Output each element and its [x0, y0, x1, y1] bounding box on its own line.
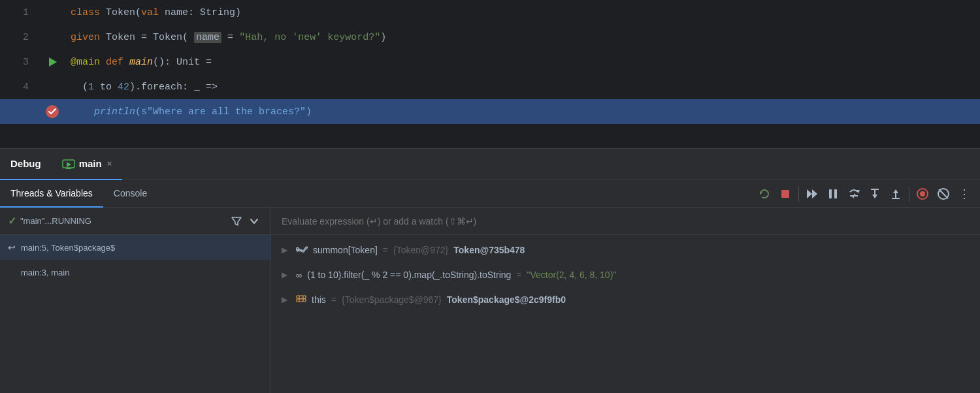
mute-bp-icon [916, 187, 929, 200]
var-eq-2: = [331, 294, 336, 305]
session-tab-label: main [79, 158, 102, 169]
sub-toolbar: Threads & Variables Console [0, 180, 980, 208]
more-icon: ⋮ [958, 187, 970, 201]
var-expand-2[interactable]: ▶ [282, 295, 291, 304]
line-number-2: 2 [0, 32, 39, 43]
threads-header: ✓ "main"...RUNNING [0, 208, 270, 235]
thread-return-arrow: ↩ [8, 242, 16, 253]
svg-rect-27 [297, 299, 306, 302]
var-expand-0[interactable]: ▶ [282, 245, 291, 255]
line-content-2: given Token = Token( name = "Hah, no 'ne… [65, 32, 980, 43]
threads-variables-label: Threads & Variables [10, 188, 93, 198]
breakpoint-icon[interactable] [45, 104, 59, 119]
var-value-2: Token$package$@2c9f9fb0 [447, 294, 566, 305]
svg-marker-15 [872, 195, 877, 198]
thread-item-1[interactable]: main:3, main [0, 260, 270, 285]
threads-panel: ✓ "main"...RUNNING ↩ m [0, 208, 271, 393]
thread-expand-button[interactable] [246, 213, 263, 229]
rerun-button[interactable] [754, 183, 775, 204]
infinity-icon-0: ∞ [296, 246, 308, 254]
tab-console[interactable]: Console [103, 180, 157, 208]
var-name-1: (1 to 10).filter(_ % 2 == 0).map(_.toStr… [307, 270, 511, 280]
var-icon-1: ∞ [296, 270, 302, 280]
thread-list: ↩ main:5, Token$package$ main:3, main [0, 235, 270, 393]
thread-item-0[interactable]: ↩ main:5, Token$package$ [0, 235, 270, 260]
resume-icon [806, 188, 819, 200]
disable-bp-icon [937, 187, 950, 200]
svg-text:∞: ∞ [296, 246, 301, 254]
svg-marker-4 [67, 162, 71, 167]
object-icon-2 [296, 295, 306, 304]
stop-icon [780, 189, 791, 199]
line-gutter-3[interactable] [39, 56, 65, 68]
toolbar-sep-2 [909, 186, 909, 202]
thread-name-1: main:3, main [21, 268, 69, 277]
pause-button[interactable] [823, 183, 843, 204]
play-icon[interactable] [46, 56, 58, 68]
code-line-5: println(s"Where are all the braces?") [0, 99, 980, 124]
svg-rect-26 [297, 296, 306, 298]
more-button[interactable]: ⋮ [954, 183, 975, 204]
debug-tab[interactable]: Debug [0, 149, 52, 180]
running-check-icon: ✓ [8, 215, 16, 227]
line-content-3: @main def main(): Unit = [65, 57, 980, 68]
debug-bar: Debug main × [0, 149, 980, 180]
step-over-icon [847, 188, 860, 200]
pause-icon [828, 189, 838, 199]
eval-bar [271, 208, 980, 235]
session-icon [62, 157, 75, 169]
eval-input[interactable] [282, 216, 970, 227]
var-ref-2: {Token$package$@967} [342, 294, 442, 305]
var-item-2: ▶ this = {Token$p [271, 287, 980, 312]
chevron-down-icon [250, 217, 259, 226]
line-number-1: 1 [0, 7, 39, 18]
filter-icon [231, 216, 242, 227]
thread-filter-button[interactable] [227, 213, 246, 228]
svg-marker-18 [893, 189, 898, 193]
step-out-icon [890, 188, 902, 200]
code-line-2: 2 given Token = Token( name = "Hah, no '… [0, 25, 980, 50]
line-content-4: (1 to 42).foreach: _ => [65, 82, 980, 93]
svg-marker-8 [812, 189, 817, 198]
tab-threads-variables[interactable]: Threads & Variables [0, 180, 103, 208]
code-editor: 1 class Token(val name: String) 2 given … [0, 0, 980, 149]
code-line-1: 1 class Token(val name: String) [0, 0, 980, 25]
var-item-1: ▶ ∞ (1 to 10).filter(_ % 2 == 0).map(_.t… [271, 262, 980, 287]
svg-rect-6 [781, 190, 789, 198]
step-out-button[interactable] [885, 183, 906, 204]
var-expand-1[interactable]: ▶ [282, 270, 291, 279]
variables-panel: ▶ ∞ summon[Token] = {Token@972} Token@73… [271, 208, 980, 393]
svg-point-21 [920, 191, 925, 196]
toolbar-sep-1 [798, 186, 799, 202]
bottom-panel: Threads & Variables Console [0, 180, 980, 393]
svg-marker-24 [232, 217, 241, 225]
svg-marker-0 [49, 57, 57, 67]
mute-breakpoints-button[interactable] [912, 183, 933, 204]
thread-status: ✓ "main"...RUNNING [8, 215, 227, 227]
line-gutter-5[interactable] [39, 104, 65, 119]
svg-marker-13 [851, 193, 857, 198]
stop-button[interactable] [775, 183, 796, 204]
resume-button[interactable] [802, 183, 823, 204]
close-session-button[interactable]: × [107, 159, 112, 168]
line-number-3: 3 [0, 57, 39, 68]
svg-rect-10 [834, 189, 837, 198]
rerun-icon [759, 188, 770, 200]
code-line-3: 3 @main def main(): Unit = [0, 50, 980, 74]
thread-status-text: "main"...RUNNING [20, 216, 91, 226]
debug-label: Debug [10, 158, 41, 169]
svg-marker-7 [807, 189, 812, 198]
var-value-1: "Vector(2, 4, 6, 8, 10)" [527, 270, 617, 280]
line-content-1: class Token(val name: String) [65, 7, 980, 18]
var-eq-0: = [383, 245, 388, 255]
step-over-button[interactable] [843, 183, 864, 204]
session-tab[interactable]: main × [52, 149, 123, 180]
step-into-button[interactable] [864, 183, 885, 204]
var-name-2: this [312, 294, 326, 305]
svg-rect-3 [66, 168, 71, 169]
var-icon-2 [296, 295, 306, 304]
step-into-icon [869, 188, 881, 200]
disable-breakpoints-button[interactable] [933, 183, 954, 204]
svg-line-23 [939, 189, 948, 198]
var-eq-1: = [516, 270, 521, 280]
